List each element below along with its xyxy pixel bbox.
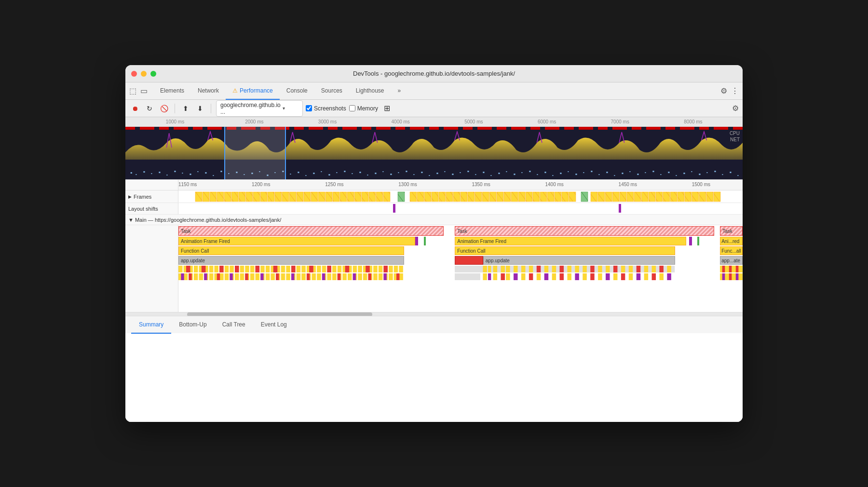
- svg-rect-194: [521, 266, 525, 272]
- svg-rect-95: [275, 192, 282, 202]
- svg-rect-183: [368, 273, 371, 280]
- tab-summary[interactable]: Summary: [131, 316, 171, 334]
- download-button[interactable]: ⬇: [194, 103, 206, 114]
- url-chevron: ▾: [283, 106, 298, 111]
- memory-checkbox[interactable]: Memory: [349, 105, 378, 112]
- clear-button[interactable]: 🚫: [158, 103, 170, 114]
- tab-bottom-up[interactable]: Bottom-Up: [171, 316, 214, 334]
- more-icon[interactable]: ⋮: [731, 86, 739, 95]
- settings-icon[interactable]: ⚙: [720, 86, 727, 95]
- task-bar-1[interactable]: Task: [178, 226, 444, 236]
- device-icon[interactable]: ▭: [140, 86, 148, 95]
- anim-bar-2[interactable]: Animation Frame Fired: [455, 237, 686, 245]
- svg-rect-116: [439, 192, 446, 202]
- tab-network[interactable]: Network: [191, 82, 226, 100]
- svg-rect-128: [526, 192, 532, 202]
- net-area: [125, 168, 743, 178]
- svg-rect-93: [260, 192, 267, 202]
- tab-more[interactable]: »: [391, 82, 408, 100]
- reload-button[interactable]: ↻: [144, 103, 155, 114]
- separator-2: [211, 104, 211, 113]
- maximize-button[interactable]: [150, 71, 156, 77]
- memory-check-input[interactable]: [349, 105, 355, 111]
- url-display[interactable]: googlechrome.github.io ... ▾: [216, 100, 303, 117]
- minimize-button[interactable]: [141, 71, 147, 77]
- tab-sources[interactable]: Sources: [314, 82, 349, 100]
- svg-rect-114: [424, 192, 431, 202]
- svg-rect-205: [606, 266, 610, 272]
- selection-overlay[interactable]: [224, 127, 286, 180]
- screenshots-check-input[interactable]: [306, 105, 312, 111]
- screenshots-checkbox[interactable]: Screenshots: [306, 105, 346, 112]
- ruler-mark-8000: 8000 ms: [684, 119, 702, 124]
- tab-bar: ⬚ ▭ Elements Network ⚠ Performance Conso…: [125, 82, 743, 100]
- svg-rect-37: [413, 174, 414, 175]
- svg-rect-110: [383, 192, 390, 202]
- svg-rect-210: [644, 266, 648, 272]
- svg-rect-35: [398, 172, 399, 173]
- func-bar-3[interactable]: Func...all: [720, 246, 743, 255]
- tab-event-log[interactable]: Event Log: [253, 316, 295, 334]
- settings-gear-icon[interactable]: ⚙: [732, 104, 739, 113]
- overview-content[interactable]: CPU NET: [125, 127, 743, 180]
- anim-bar-1[interactable]: Animation Frame Fired: [178, 237, 415, 245]
- svg-rect-159: [235, 266, 239, 272]
- app-update-3[interactable]: app...ate: [720, 256, 743, 265]
- tab-performance[interactable]: ⚠ Performance: [226, 82, 280, 100]
- svg-rect-71: [676, 175, 677, 176]
- svg-rect-144: [649, 192, 655, 202]
- tab-call-tree[interactable]: Call Tree: [215, 316, 253, 334]
- svg-rect-190: [493, 266, 497, 272]
- svg-rect-243: [729, 266, 732, 272]
- net-chart: [125, 168, 743, 178]
- svg-rect-59: [583, 172, 584, 173]
- upload-button[interactable]: ⬆: [180, 103, 191, 114]
- layout-shift-2: [619, 204, 621, 213]
- svg-rect-226: [560, 273, 564, 280]
- svg-rect-54: [544, 172, 546, 173]
- tab-lighthouse[interactable]: Lighthouse: [349, 82, 391, 100]
- overview-panel[interactable]: 1000 ms 2000 ms 3000 ms 4000 ms 5000 ms …: [125, 117, 743, 180]
- svg-rect-27: [336, 172, 337, 173]
- task-bar-3[interactable]: Task: [720, 226, 743, 236]
- ruler-mark-7000: 7000 ms: [611, 119, 629, 124]
- green-marker-1: [424, 237, 426, 245]
- svg-rect-6: [174, 171, 176, 172]
- svg-rect-191: [501, 266, 505, 272]
- close-button[interactable]: [131, 71, 137, 77]
- svg-rect-5: [166, 175, 167, 176]
- svg-rect-32: [375, 173, 376, 174]
- svg-rect-101: [318, 192, 325, 202]
- anim-bar-3[interactable]: Ani...red: [720, 237, 743, 245]
- svg-rect-79: [737, 175, 738, 176]
- svg-rect-29: [352, 173, 353, 174]
- ruler-mark-4000: 4000 ms: [392, 119, 410, 124]
- inspector-icon[interactable]: ⬚: [129, 86, 136, 95]
- devtools-window: DevTools - googlechrome.github.io/devtoo…: [125, 65, 743, 422]
- svg-rect-247: [729, 273, 732, 280]
- long-task-bar: [125, 127, 743, 130]
- frames-expand-icon[interactable]: ▶: [128, 194, 132, 199]
- scrollbar-track[interactable]: [125, 312, 743, 316]
- timeline-ruler: 1150 ms 1200 ms 1250 ms 1300 ms 1350 ms …: [125, 180, 743, 190]
- ruler-mark-2000: 2000 ms: [245, 119, 263, 124]
- tab-elements[interactable]: Elements: [153, 82, 191, 100]
- overview-ruler: 1000 ms 2000 ms 3000 ms 4000 ms 5000 ms …: [125, 117, 743, 127]
- tab-console[interactable]: Console: [280, 82, 314, 100]
- svg-rect-57: [568, 171, 569, 172]
- svg-rect-211: [652, 266, 656, 272]
- svg-rect-90: [239, 192, 245, 202]
- screenshots-label: Screenshots: [314, 105, 346, 112]
- app-update-2[interactable]: app.update: [483, 256, 675, 265]
- app-update-1[interactable]: app.update: [178, 256, 404, 265]
- func-bar-2[interactable]: Function Call: [455, 246, 675, 255]
- svg-rect-221: [521, 273, 525, 280]
- svg-rect-117: [446, 192, 453, 202]
- svg-rect-151: [699, 192, 706, 202]
- svg-rect-216: [488, 273, 491, 280]
- record-button[interactable]: ⏺: [129, 103, 141, 114]
- svg-rect-69: [660, 174, 661, 175]
- func-bar-1[interactable]: Function Call: [178, 246, 404, 255]
- svg-rect-233: [613, 273, 617, 280]
- task-bar-2[interactable]: Task: [455, 226, 714, 236]
